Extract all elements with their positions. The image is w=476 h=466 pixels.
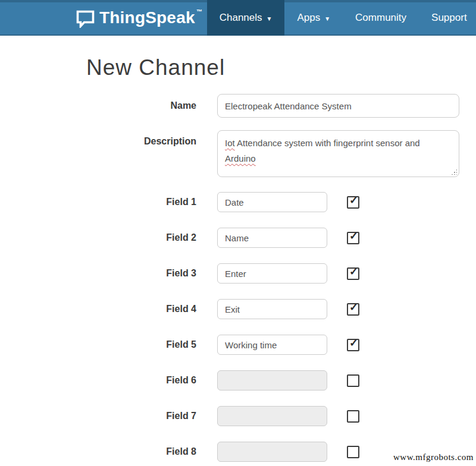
nav-item-community[interactable]: Community [343, 0, 419, 36]
description-row: Description Iot Attendance system with f… [0, 130, 476, 177]
nav-item-channels[interactable]: Channels ▼ [207, 0, 285, 36]
chevron-down-icon: ▼ [267, 15, 273, 22]
check-icon: ✓ [349, 266, 358, 278]
watermark: www.mfgrobots.com [393, 452, 474, 462]
field-row-5: Field 5 ✓ [0, 335, 476, 355]
field-row-3: Field 3 ✓ [0, 263, 476, 284]
field-row-1: Field 1 ✓ [0, 192, 476, 212]
field-6-label: Field 6 [0, 370, 196, 386]
field-1-input[interactable] [217, 192, 327, 212]
resize-grip-icon[interactable] [451, 169, 457, 175]
nav-item-apps[interactable]: Apps ▼ [284, 0, 343, 36]
page-title: New Channel [86, 55, 476, 80]
check-icon: ✓ [349, 230, 358, 242]
field-8-label: Field 8 [0, 442, 196, 457]
field-4-label: Field 4 [0, 299, 196, 314]
field-row-7: Field 7 [0, 406, 476, 426]
field-7-input[interactable] [217, 406, 327, 426]
misspelled-word: Iot [225, 138, 235, 148]
channel-name-input[interactable] [217, 94, 459, 118]
check-icon: ✓ [349, 194, 358, 206]
field-3-label: Field 3 [0, 263, 196, 279]
misspelled-word: Arduino [225, 153, 256, 163]
description-label: Description [0, 130, 196, 147]
field-row-2: Field 2 ✓ [0, 228, 476, 248]
field-5-label: Field 5 [0, 335, 196, 350]
description-text: Attendance system with fingerprint senso… [235, 138, 420, 148]
field-2-input[interactable] [217, 228, 327, 248]
new-channel-form: Name Description Iot Attendance system w… [0, 94, 476, 462]
nav-item-support[interactable]: Support [419, 0, 476, 36]
check-icon: ✓ [349, 301, 358, 313]
nav-item-label: Support [431, 12, 467, 24]
logo-text: ThingSpeak [99, 0, 195, 36]
logo-trademark: ™ [196, 8, 202, 15]
name-row: Name [0, 94, 476, 118]
name-label: Name [0, 94, 196, 111]
nav-item-label: Apps [297, 12, 320, 24]
channel-description-textarea[interactable]: Iot Attendance system with fingerprint s… [217, 130, 459, 177]
field-6-checkbox[interactable] [347, 374, 359, 387]
field-3-input[interactable] [217, 263, 327, 284]
field-4-input[interactable] [217, 299, 327, 319]
nav-item-label: Channels [220, 12, 262, 24]
field-3-checkbox[interactable]: ✓ [347, 267, 359, 280]
field-1-checkbox[interactable]: ✓ [347, 196, 359, 209]
field-7-label: Field 7 [0, 406, 196, 421]
field-6-input[interactable] [217, 370, 327, 391]
speech-bubble-icon [76, 10, 95, 28]
field-1-label: Field 1 [0, 192, 196, 207]
chevron-down-icon: ▼ [324, 15, 330, 22]
field-5-input[interactable] [217, 335, 327, 355]
field-row-6: Field 6 [0, 370, 476, 391]
field-2-checkbox[interactable]: ✓ [347, 232, 359, 244]
nav-menu: Channels ▼ Apps ▼ Community Support [207, 0, 476, 36]
field-8-input[interactable] [217, 442, 327, 462]
field-7-checkbox[interactable] [347, 410, 359, 423]
nav-item-label: Community [355, 12, 406, 24]
field-row-4: Field 4 ✓ [0, 299, 476, 319]
field-2-label: Field 2 [0, 228, 196, 243]
thingspeak-logo[interactable]: ThingSpeak ™ [76, 0, 202, 36]
top-navbar: ThingSpeak ™ Channels ▼ Apps ▼ Community… [0, 0, 476, 36]
check-icon: ✓ [349, 337, 358, 349]
field-5-checkbox[interactable]: ✓ [347, 339, 359, 351]
field-4-checkbox[interactable]: ✓ [347, 303, 359, 316]
field-8-checkbox[interactable] [347, 446, 359, 458]
